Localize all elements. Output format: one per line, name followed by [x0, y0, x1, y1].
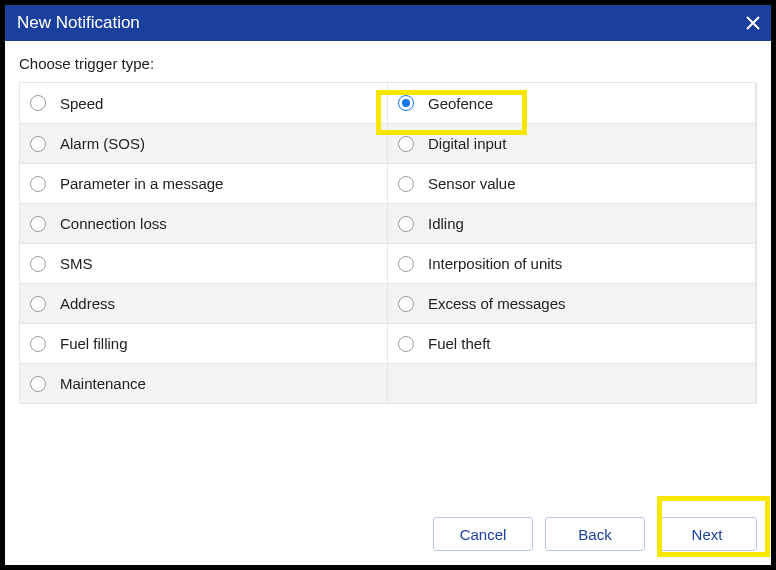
back-button[interactable]: Back	[545, 517, 645, 551]
trigger-option-sms[interactable]: SMS	[20, 243, 388, 283]
button-label: Cancel	[460, 526, 507, 543]
trigger-label: Speed	[60, 95, 103, 112]
radio-icon	[30, 376, 46, 392]
trigger-option-geofence[interactable]: Geofence	[388, 83, 756, 123]
radio-icon	[30, 336, 46, 352]
radio-icon	[398, 256, 414, 272]
radio-icon	[398, 176, 414, 192]
trigger-option-speed[interactable]: Speed	[20, 83, 388, 123]
radio-icon	[398, 95, 414, 111]
trigger-label: Geofence	[428, 95, 493, 112]
trigger-label: Interposition of units	[428, 255, 562, 272]
trigger-label: Sensor value	[428, 175, 516, 192]
trigger-option-digital-input[interactable]: Digital input	[388, 123, 756, 163]
trigger-label: Connection loss	[60, 215, 167, 232]
trigger-label: Fuel theft	[428, 335, 491, 352]
trigger-label: Idling	[428, 215, 464, 232]
trigger-label: Maintenance	[60, 375, 146, 392]
dialog-content: Choose trigger type: Speed Geofence Alar…	[5, 41, 771, 404]
trigger-option-interposition[interactable]: Interposition of units	[388, 243, 756, 283]
radio-icon	[398, 296, 414, 312]
trigger-option-idling[interactable]: Idling	[388, 203, 756, 243]
next-button[interactable]: Next	[657, 517, 757, 551]
trigger-label: Address	[60, 295, 115, 312]
radio-icon	[398, 216, 414, 232]
trigger-label: Alarm (SOS)	[60, 135, 145, 152]
radio-icon	[30, 296, 46, 312]
button-label: Next	[692, 526, 723, 543]
close-icon[interactable]	[745, 15, 761, 31]
dialog-title: New Notification	[17, 13, 140, 33]
radio-icon	[398, 136, 414, 152]
trigger-option-fuel-theft[interactable]: Fuel theft	[388, 323, 756, 363]
trigger-option-address[interactable]: Address	[20, 283, 388, 323]
cancel-button[interactable]: Cancel	[433, 517, 533, 551]
trigger-option-excess-messages[interactable]: Excess of messages	[388, 283, 756, 323]
radio-icon	[30, 95, 46, 111]
titlebar: New Notification	[5, 5, 771, 41]
radio-icon	[30, 216, 46, 232]
trigger-option-alarm-sos[interactable]: Alarm (SOS)	[20, 123, 388, 163]
trigger-option-maintenance[interactable]: Maintenance	[20, 363, 388, 403]
button-label: Back	[578, 526, 611, 543]
dialog-footer: Cancel Back Next	[433, 517, 757, 551]
radio-icon	[398, 336, 414, 352]
trigger-option-empty	[388, 363, 756, 403]
trigger-option-fuel-filling[interactable]: Fuel filling	[20, 323, 388, 363]
radio-icon	[30, 176, 46, 192]
radio-icon	[30, 256, 46, 272]
trigger-option-parameter[interactable]: Parameter in a message	[20, 163, 388, 203]
trigger-table: Speed Geofence Alarm (SOS) Digital input	[19, 82, 757, 404]
prompt-label: Choose trigger type:	[19, 55, 757, 72]
radio-icon	[30, 136, 46, 152]
trigger-option-sensor-value[interactable]: Sensor value	[388, 163, 756, 203]
dialog-window: New Notification Choose trigger type: Sp…	[0, 0, 776, 570]
trigger-label: Parameter in a message	[60, 175, 223, 192]
trigger-label: Digital input	[428, 135, 506, 152]
trigger-option-connection-loss[interactable]: Connection loss	[20, 203, 388, 243]
trigger-label: SMS	[60, 255, 93, 272]
trigger-label: Fuel filling	[60, 335, 128, 352]
trigger-label: Excess of messages	[428, 295, 566, 312]
